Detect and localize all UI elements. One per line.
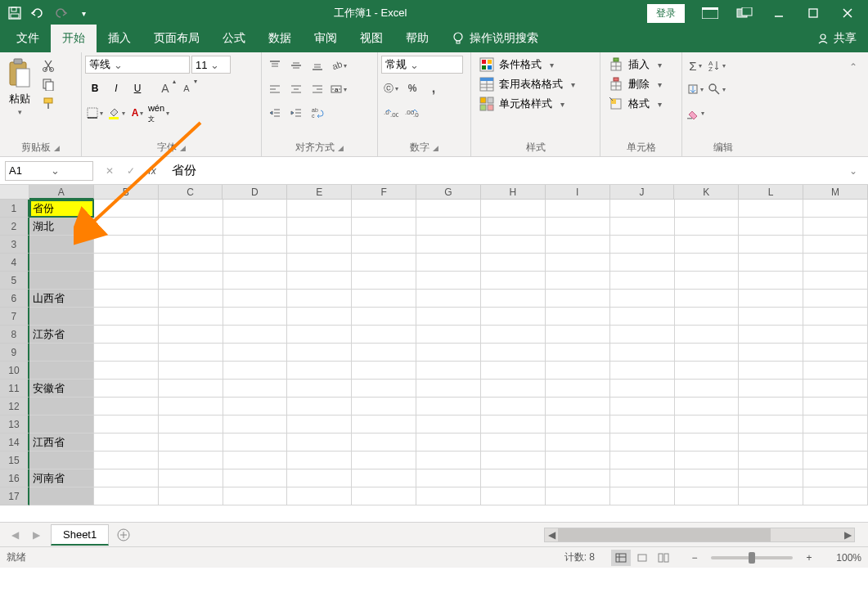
cell[interactable] bbox=[803, 434, 868, 451]
tab-review[interactable]: 审阅 bbox=[303, 25, 349, 52]
delete-cells-button[interactable]: 删除▾ bbox=[604, 75, 667, 93]
close-button[interactable] bbox=[830, 1, 865, 25]
conditional-formatting-button[interactable]: 条件格式▾ bbox=[474, 56, 559, 74]
cell[interactable] bbox=[481, 308, 546, 326]
row-header[interactable]: 7 bbox=[0, 308, 29, 326]
col-header[interactable]: G bbox=[416, 185, 481, 200]
cell[interactable] bbox=[159, 254, 223, 272]
col-header[interactable]: J bbox=[610, 185, 675, 200]
cell[interactable] bbox=[739, 290, 803, 308]
cell[interactable] bbox=[94, 398, 159, 416]
decrease-indent-icon[interactable] bbox=[265, 103, 285, 123]
scroll-left-icon[interactable]: ◀ bbox=[545, 528, 558, 541]
cell[interactable] bbox=[94, 272, 159, 290]
collapse-ribbon-icon[interactable]: ⌃ bbox=[843, 57, 863, 77]
col-header[interactable]: F bbox=[352, 185, 416, 200]
formula-input[interactable] bbox=[169, 162, 843, 179]
row-header[interactable]: 13 bbox=[0, 416, 29, 434]
cell[interactable] bbox=[739, 487, 803, 505]
cell[interactable] bbox=[416, 344, 481, 362]
shrink-font-icon[interactable]: A▾ bbox=[177, 79, 196, 98]
zoom-out-button[interactable]: − bbox=[685, 548, 704, 568]
cell[interactable] bbox=[675, 362, 740, 380]
format-as-table-button[interactable]: 套用表格格式▾ bbox=[474, 75, 580, 93]
cell[interactable]: 河南省 bbox=[29, 469, 94, 487]
cell[interactable] bbox=[287, 380, 352, 398]
cell[interactable] bbox=[29, 344, 94, 362]
cell[interactable] bbox=[610, 236, 675, 254]
cell[interactable] bbox=[546, 487, 610, 505]
cell[interactable] bbox=[803, 487, 868, 505]
align-right-icon[interactable] bbox=[308, 79, 327, 99]
cell[interactable] bbox=[287, 218, 352, 236]
cell[interactable] bbox=[352, 308, 416, 326]
cell[interactable] bbox=[610, 416, 675, 434]
cell[interactable] bbox=[94, 451, 159, 469]
format-cells-button[interactable]: 格式▾ bbox=[604, 95, 667, 113]
zoom-slider[interactable] bbox=[711, 556, 793, 559]
cell[interactable] bbox=[481, 272, 546, 290]
wrap-text-icon[interactable]: abc bbox=[308, 103, 327, 123]
cell[interactable] bbox=[352, 236, 416, 254]
cell[interactable] bbox=[29, 362, 94, 380]
cell[interactable] bbox=[223, 272, 288, 290]
cell[interactable] bbox=[481, 326, 546, 344]
cell[interactable] bbox=[287, 290, 352, 308]
cell[interactable] bbox=[223, 451, 288, 469]
cell[interactable] bbox=[223, 362, 288, 380]
cell[interactable] bbox=[223, 290, 288, 308]
cell[interactable] bbox=[287, 200, 352, 218]
row-header[interactable]: 11 bbox=[0, 380, 29, 398]
cell[interactable] bbox=[159, 398, 223, 416]
cell[interactable] bbox=[610, 218, 675, 236]
cell[interactable] bbox=[739, 254, 803, 272]
increase-decimal-icon[interactable]: .0.00 bbox=[381, 103, 401, 123]
save-icon[interactable] bbox=[5, 3, 25, 23]
cell[interactable] bbox=[803, 218, 868, 236]
orientation-icon[interactable]: ab bbox=[329, 56, 349, 75]
cell[interactable] bbox=[287, 362, 352, 380]
cell[interactable] bbox=[352, 290, 416, 308]
cell[interactable] bbox=[287, 434, 352, 451]
cell[interactable] bbox=[416, 254, 481, 272]
cell[interactable] bbox=[610, 200, 675, 218]
cell[interactable] bbox=[675, 200, 740, 218]
cell[interactable] bbox=[159, 218, 223, 236]
tell-me[interactable]: 操作说明搜索 bbox=[440, 25, 550, 52]
row-header[interactable]: 4 bbox=[0, 254, 29, 272]
sort-filter-icon[interactable]: AZ bbox=[707, 56, 726, 75]
row-header[interactable]: 1 bbox=[0, 200, 29, 218]
qat-customize-icon[interactable]: ▾ bbox=[74, 3, 93, 23]
cell[interactable] bbox=[481, 469, 546, 487]
cell[interactable] bbox=[481, 236, 546, 254]
cell[interactable] bbox=[739, 380, 803, 398]
cell[interactable] bbox=[287, 326, 352, 344]
cell[interactable] bbox=[739, 434, 803, 451]
cell[interactable] bbox=[287, 254, 352, 272]
find-select-icon[interactable] bbox=[707, 79, 726, 99]
cell[interactable] bbox=[546, 326, 610, 344]
cell[interactable] bbox=[416, 380, 481, 398]
cell[interactable] bbox=[352, 254, 416, 272]
cell[interactable] bbox=[223, 487, 288, 505]
cell[interactable] bbox=[610, 326, 675, 344]
grow-font-icon[interactable]: A▴ bbox=[155, 79, 175, 98]
cell[interactable] bbox=[352, 200, 416, 218]
cell[interactable] bbox=[481, 290, 546, 308]
cell[interactable] bbox=[739, 416, 803, 434]
col-header[interactable]: A bbox=[29, 185, 94, 200]
row-header[interactable]: 10 bbox=[0, 362, 29, 380]
cell[interactable] bbox=[416, 272, 481, 290]
cell[interactable] bbox=[287, 416, 352, 434]
redo-icon[interactable] bbox=[51, 3, 70, 23]
cell[interactable] bbox=[546, 254, 610, 272]
cell[interactable] bbox=[159, 416, 223, 434]
cell[interactable] bbox=[223, 344, 288, 362]
clear-icon[interactable] bbox=[686, 103, 705, 123]
row-header[interactable]: 6 bbox=[0, 290, 29, 308]
cell[interactable] bbox=[29, 272, 94, 290]
cell[interactable] bbox=[739, 308, 803, 326]
cell[interactable] bbox=[287, 272, 352, 290]
cell[interactable] bbox=[610, 451, 675, 469]
cell[interactable] bbox=[352, 218, 416, 236]
